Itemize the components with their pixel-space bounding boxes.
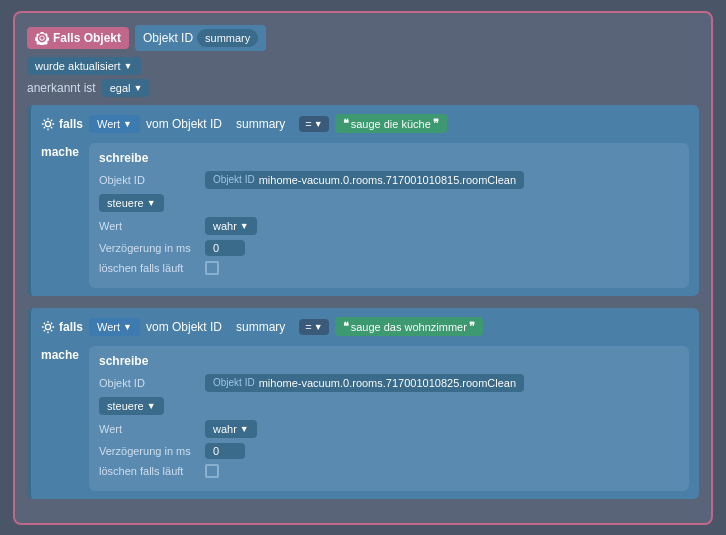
falls1-wert-label: Wert xyxy=(97,118,120,130)
falls1-wert-field-label: Wert xyxy=(99,220,199,232)
falls1-wert-value-arrow: ▼ xyxy=(240,221,249,231)
falls2-gear-icon xyxy=(41,320,55,334)
egal-dropdown-arrow: ▼ xyxy=(134,83,143,93)
header-row: Falls Objekt Objekt ID summary xyxy=(27,25,699,51)
falls2-objekt-id-value: mihome-vacuum.0.rooms.717001010825.roomC… xyxy=(259,377,516,389)
falls1-falls-text: falls xyxy=(59,117,83,131)
falls2-mache-label: mache xyxy=(41,346,81,491)
falls-objekt-text: Falls Objekt xyxy=(53,31,121,45)
falls1-wert-value: wahr xyxy=(213,220,237,232)
main-container: Falls Objekt Objekt ID summary wurde akt… xyxy=(13,11,713,525)
falls-block-2: falls Wert ▼ vom Objekt ID summary = ▼ ❝… xyxy=(27,308,699,499)
falls1-objekt-id-value-block: Objekt ID mihome-vacuum.0.rooms.71700101… xyxy=(205,171,524,189)
falls2-label: falls xyxy=(41,320,83,334)
falls1-objekt-id-prefix: Objekt ID xyxy=(213,174,255,185)
falls1-schreibe-label: schreibe xyxy=(99,151,679,165)
falls1-loeschen-row: löschen falls läuft xyxy=(99,261,679,275)
falls-block-1: falls Wert ▼ vom Objekt ID summary = ▼ ❝… xyxy=(27,105,699,296)
egal-dropdown[interactable]: egal ▼ xyxy=(102,79,151,97)
falls1-wert-field-row: Wert wahr ▼ xyxy=(99,217,679,235)
falls1-steuere-dropdown[interactable]: steuere ▼ xyxy=(99,194,164,212)
falls1-verzoegerung-label: Verzögerung in ms xyxy=(99,242,199,254)
falls2-wert-value-arrow: ▼ xyxy=(240,424,249,434)
falls2-wert-label: Wert xyxy=(97,321,120,333)
falls2-wert-value-dropdown[interactable]: wahr ▼ xyxy=(205,420,257,438)
falls1-verzoegerung-row: Verzögerung in ms xyxy=(99,240,679,256)
egal-label: egal xyxy=(110,82,131,94)
falls1-string-value: sauge die küche xyxy=(351,118,431,130)
falls1-loeschen-label: löschen falls läuft xyxy=(99,262,199,274)
wurde-aktualisiert-dropdown[interactable]: wurde aktualisiert ▼ xyxy=(27,57,141,75)
falls1-mache-label: mache xyxy=(41,143,81,288)
falls2-objekt-id-row: Objekt ID Objekt ID mihome-vacuum.0.room… xyxy=(99,374,679,392)
falls2-wert-field-label: Wert xyxy=(99,423,199,435)
wurde-aktualisiert-label: wurde aktualisiert xyxy=(35,60,121,72)
svg-point-0 xyxy=(45,121,50,126)
falls1-open-quote: ❝ xyxy=(343,117,349,130)
falls2-wert-value: wahr xyxy=(213,423,237,435)
falls2-verzoegerung-row: Verzögerung in ms xyxy=(99,443,679,459)
falls2-steuere-dropdown[interactable]: steuere ▼ xyxy=(99,397,164,415)
falls2-equals-label: = xyxy=(305,321,311,333)
falls1-id-block: summary xyxy=(228,113,293,135)
falls2-steuere-arrow: ▼ xyxy=(147,401,156,411)
falls2-objekt-id-value-block: Objekt ID mihome-vacuum.0.rooms.71700101… xyxy=(205,374,524,392)
falls1-label: falls xyxy=(41,117,83,131)
falls2-loeschen-label: löschen falls läuft xyxy=(99,465,199,477)
falls1-verzoegerung-input[interactable] xyxy=(205,240,245,256)
falls-objekt-label: Falls Objekt xyxy=(27,27,129,49)
falls1-wert-value-dropdown[interactable]: wahr ▼ xyxy=(205,217,257,235)
falls1-close-quote: ❞ xyxy=(433,117,439,130)
falls1-equals-arrow: ▼ xyxy=(314,119,323,129)
gear-icon xyxy=(35,31,49,45)
falls1-string-tag: ❝ sauge die küche ❞ xyxy=(335,114,447,133)
falls1-equals-label: = xyxy=(305,118,311,130)
anerkannt-row: anerkannt ist egal ▼ xyxy=(27,79,699,97)
wurde-aktualisiert-row: wurde aktualisiert ▼ xyxy=(27,57,699,75)
wurde-dropdown-arrow: ▼ xyxy=(124,61,133,71)
falls2-header: falls Wert ▼ vom Objekt ID summary = ▼ ❝… xyxy=(41,316,689,338)
falls2-summary-value: summary xyxy=(236,320,285,334)
falls2-loeschen-row: löschen falls läuft xyxy=(99,464,679,478)
falls1-steuere-arrow: ▼ xyxy=(147,198,156,208)
falls2-wert-field-row: Wert wahr ▼ xyxy=(99,420,679,438)
falls2-steuere-label: steuere xyxy=(107,400,144,412)
falls2-string-tag: ❝ sauge das wohnzimmer ❞ xyxy=(335,317,483,336)
falls1-objekt-id-field-label: Objekt ID xyxy=(99,174,199,186)
falls2-wert-tag[interactable]: Wert ▼ xyxy=(89,318,140,336)
falls2-string-value: sauge das wohnzimmer xyxy=(351,321,467,333)
falls1-wert-arrow: ▼ xyxy=(123,119,132,129)
svg-point-1 xyxy=(45,324,50,329)
falls2-equals-arrow: ▼ xyxy=(314,322,323,332)
falls1-objekt-id-value: mihome-vacuum.0.rooms.717001010815.roomC… xyxy=(259,174,516,186)
falls2-verzoegerung-label: Verzögerung in ms xyxy=(99,445,199,457)
falls1-gear-icon xyxy=(41,117,55,131)
falls2-id-block: summary xyxy=(228,316,293,338)
falls1-steuere-row: steuere ▼ xyxy=(99,194,679,212)
falls1-loeschen-checkbox[interactable] xyxy=(205,261,219,275)
falls2-open-quote: ❝ xyxy=(343,320,349,333)
falls2-schreibe-label: schreibe xyxy=(99,354,679,368)
falls2-close-quote: ❞ xyxy=(469,320,475,333)
falls1-schreibe-block: schreibe Objekt ID Objekt ID mihome-vacu… xyxy=(89,143,689,288)
falls1-summary-value: summary xyxy=(236,117,285,131)
header-objekt-id-label: Objekt ID xyxy=(143,31,193,45)
falls1-steuere-label: steuere xyxy=(107,197,144,209)
falls1-mache-section: mache schreibe Objekt ID Objekt ID mihom… xyxy=(41,143,689,288)
anerkannt-ist-text: anerkannt ist xyxy=(27,81,96,95)
falls1-equals-tag[interactable]: = ▼ xyxy=(299,116,328,132)
falls1-objekt-id-row: Objekt ID Objekt ID mihome-vacuum.0.room… xyxy=(99,171,679,189)
falls1-vom-text: vom Objekt ID xyxy=(146,117,222,131)
header-summary-value: summary xyxy=(197,29,258,47)
falls2-schreibe-block: schreibe Objekt ID Objekt ID mihome-vacu… xyxy=(89,346,689,491)
falls2-equals-tag[interactable]: = ▼ xyxy=(299,319,328,335)
falls2-falls-text: falls xyxy=(59,320,83,334)
falls2-verzoegerung-input[interactable] xyxy=(205,443,245,459)
falls2-loeschen-checkbox[interactable] xyxy=(205,464,219,478)
falls2-steuere-row: steuere ▼ xyxy=(99,397,679,415)
falls1-header: falls Wert ▼ vom Objekt ID summary = ▼ ❝… xyxy=(41,113,689,135)
falls2-objekt-id-prefix: Objekt ID xyxy=(213,377,255,388)
falls2-wert-arrow: ▼ xyxy=(123,322,132,332)
falls2-objekt-id-field-label: Objekt ID xyxy=(99,377,199,389)
falls1-wert-tag[interactable]: Wert ▼ xyxy=(89,115,140,133)
